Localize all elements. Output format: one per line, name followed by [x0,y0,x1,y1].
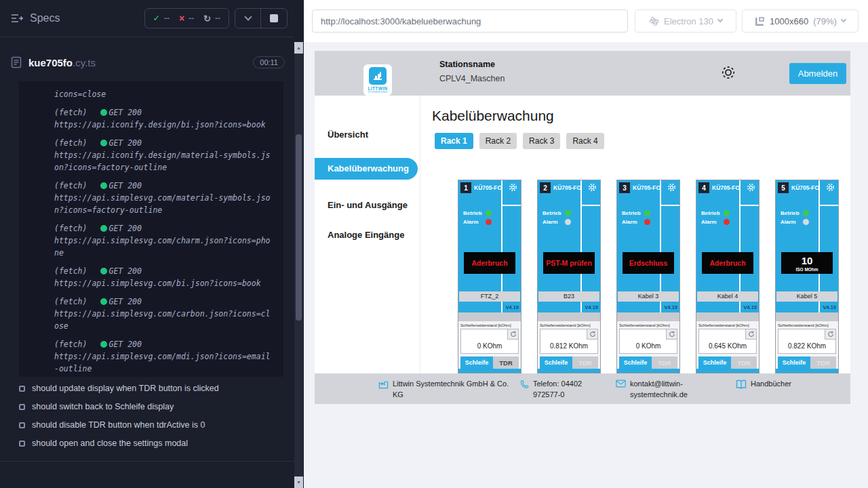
tdr-button[interactable]: TDR [572,357,598,369]
measurement-label: Schleifenwiderstand [kOhm] [619,323,679,327]
book-icon [736,380,747,389]
chevron-down-icon [717,17,723,22]
command-log: icons=close (fetch)GET 200 https://api.i… [19,81,283,377]
card-settings-gear-icon[interactable] [508,182,518,192]
nav-uebersicht[interactable]: Übersicht [315,124,418,146]
tdr-button[interactable]: TDR [810,357,836,369]
schleife-button[interactable]: Schleife [778,357,810,369]
refresh-button[interactable] [507,329,518,340]
schleife-button[interactable]: Schleife [698,357,731,369]
card-settings-gear-icon[interactable] [746,182,756,192]
footer-phone[interactable]: Telefon: 04402 972577-0 [519,379,611,401]
status-ok-icon [100,182,107,189]
phone-icon [519,380,529,389]
stop-button[interactable] [261,9,287,28]
alarm-label: Alarm [463,219,486,225]
tab-rack-4[interactable]: Rack 4 [566,133,604,149]
test-item[interactable]: should open and close the settings modal [19,439,290,448]
log-fetch-tag: (fetch) [54,108,87,117]
browser-select[interactable]: Electron 130 [635,9,736,33]
refresh-button[interactable] [587,329,597,340]
card-settings-gear-icon[interactable] [825,182,835,192]
refresh-button[interactable] [745,329,756,340]
refresh-icon [748,331,755,338]
mode-buttons: Schleife TDR [698,357,757,369]
status-text: 10 [802,255,813,266]
nav-ein-und-ausgaenge[interactable]: Ein- und Ausgänge [315,195,418,216]
test-item[interactable]: should switch back to Schleife display [19,402,290,411]
viewport-zoom: (79%) [813,16,837,26]
nav-kabelueberwachung[interactable]: Kabelüberwachung [315,158,418,180]
test-item[interactable]: should update display when TDR button is… [19,384,290,393]
log-entry[interactable]: icons=close [54,88,278,100]
betrieb-row: Betrieb [701,210,730,216]
resistance-value: 0.812 KOhm [540,342,597,350]
footer-manuals[interactable]: Handbücher [736,379,791,390]
status-ok-icon [100,225,107,232]
log-entry[interactable]: (fetch)GET 200 https://api.simplesvg.com… [54,338,278,375]
divider [661,205,679,206]
scroll-up-arrow[interactable]: ▲ [294,42,303,54]
alarm-row: Alarm [781,219,809,225]
betrieb-row: Betrieb [781,210,809,216]
device-model: KÜ705-FO [633,184,660,191]
scrollbar-thumb[interactable] [296,134,302,321]
test-title: should disable TDR button when tdrActive… [32,420,205,430]
nav-analoge-eingaenge[interactable]: Analoge Eingänge [315,224,418,246]
measurement-box: 0.645 KOhm [698,329,757,354]
status-display: Aderbruch [702,252,753,274]
url-input[interactable] [312,9,628,33]
refresh-icon [510,331,517,338]
betrieb-led [724,210,730,216]
tdr-button[interactable]: TDR [652,357,677,369]
specs-button[interactable]: Specs [11,12,60,24]
log-entry[interactable]: (fetch)GET 200 https://api.iconify.desig… [54,137,278,174]
divider [696,312,759,321]
divider [776,312,838,321]
log-fetch-tag: (fetch) [54,224,87,233]
card-settings-gear-icon[interactable] [667,182,677,192]
test-item[interactable]: should disable TDR button when tdrActive… [19,420,290,430]
logout-button[interactable]: Abmelden [789,63,846,84]
scroll-down-arrow[interactable]: ▼ [294,476,303,488]
schleife-button[interactable]: Schleife [460,357,493,369]
specs-menu-icon [11,14,23,23]
status-text: Erdschluss [629,259,668,267]
schleife-button[interactable]: Schleife [619,357,652,369]
log-entry[interactable]: (fetch)GET 200 https://api.simplesvg.com… [54,265,278,289]
tdr-button[interactable]: TDR [493,357,519,369]
card-settings-gear-icon[interactable] [587,182,597,192]
tab-rack-1[interactable]: Rack 1 [435,133,473,149]
measurement-label: Schleifenwiderstand [kOhm] [460,323,521,327]
refresh-button[interactable] [825,329,835,340]
viewport-size-icon [755,16,765,26]
viewport-select[interactable]: 1000x660 (79%) [742,9,859,33]
tdr-button[interactable]: TDR [731,357,757,369]
chevron-down-icon [244,13,252,20]
cable-name: Kabel 3 [618,291,679,302]
divider [617,312,679,321]
status-ok-icon [100,298,107,305]
log-entry[interactable]: (fetch)GET 200 https://api.simplesvg.com… [54,222,278,259]
log-status: GET 200 [108,224,141,233]
aut-stage: LITTWIN SYSTEMTECHNIK Stationsname CPLV4… [304,42,868,488]
slot-number: 4 [698,182,709,193]
log-entry[interactable]: (fetch)GET 200 https://api.simplesvg.com… [54,296,278,332]
divider [458,312,521,321]
footer-email[interactable]: kontakt@littwin-systemtechnik.de [616,379,714,401]
measurement-panel: Schleifenwiderstand [kOhm] 0.822 KOhm Sc… [776,321,838,369]
cable-name: Kabel 5 [776,291,837,302]
measurement-label: Schleifenwiderstand [kOhm] [778,323,838,327]
tab-rack-3[interactable]: Rack 3 [523,133,560,149]
tab-rack-2[interactable]: Rack 2 [479,133,517,149]
log-entry[interactable]: (fetch)GET 200 https://api.simplesvg.com… [54,180,278,216]
schleife-button[interactable]: Schleife [540,357,572,369]
pending-icon: ↻ [203,14,211,24]
refresh-button[interactable] [666,329,677,340]
betrieb-label: Betrieb [781,210,803,216]
log-entry[interactable]: (fetch)GET 200 https://api.iconify.desig… [54,106,278,131]
stat-passed: ✓ -- [153,14,170,23]
spec-file-row[interactable]: kue705fo.cy.ts 00:11 [0,49,294,76]
collapse-button[interactable] [235,9,261,28]
settings-gear-icon[interactable] [719,63,738,82]
